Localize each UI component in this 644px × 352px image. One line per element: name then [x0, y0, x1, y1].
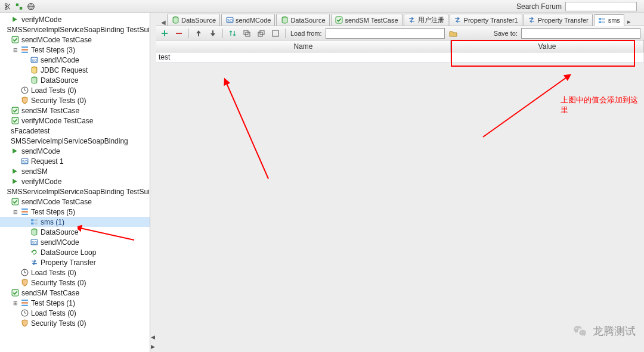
tree-toggle-spacer: [12, 279, 19, 286]
svg-rect-6: [21, 52, 28, 53]
globe-icon[interactable]: [26, 2, 36, 11]
editor-tab[interactable]: SOsendMCode: [221, 14, 275, 26]
tree-node[interactable]: Property Transfer: [0, 257, 150, 267]
tree-toggle-spacer: [12, 320, 19, 327]
editor-tab[interactable]: Property Transfer1: [450, 14, 522, 26]
expand-icon[interactable]: ⊞: [12, 300, 19, 307]
tree-node[interactable]: DataSource Loop: [0, 247, 150, 257]
tab-scroll-left-icon[interactable]: ◀: [160, 19, 167, 26]
up-icon[interactable]: [194, 29, 203, 38]
tree-node-label: DataSource: [41, 228, 78, 236]
tree-node[interactable]: SMSServiceImplServiceSoapBinding TestSui…: [0, 24, 150, 35]
tree-toggle-spacer: [12, 87, 19, 94]
tree-node[interactable]: sendSM TestCase: [0, 105, 150, 116]
search-forum-input[interactable]: [565, 2, 637, 11]
tree-node[interactable]: sendMCode TestCase: [0, 35, 150, 45]
splitter[interactable]: ◀ ▶: [150, 13, 156, 352]
tree-node[interactable]: sendMCode: [0, 146, 150, 156]
svg-text:SO: SO: [32, 58, 37, 63]
tab-overflow-icon[interactable]: ▸: [626, 18, 633, 26]
editor-tabstrip: ◀ DataSourceSOsendMCodeDataSourcesendSM …: [156, 13, 644, 26]
tree-node[interactable]: sendMCode TestCase: [0, 197, 150, 207]
tree-toggle-spacer: [2, 16, 10, 23]
svg-rect-21: [35, 219, 38, 221]
save-to-label: Save to:: [494, 30, 518, 37]
tree-node-label: Test Steps (1): [31, 299, 75, 307]
steps-icon: [20, 298, 29, 307]
tree-node[interactable]: ⊞Test Steps (1): [0, 298, 150, 308]
browse-load-icon[interactable]: [448, 29, 458, 38]
editor-tab[interactable]: sms: [594, 14, 624, 26]
collapse-left-icon[interactable]: ◀: [150, 333, 156, 341]
tree-node[interactable]: Load Tests (0): [0, 308, 150, 318]
editor-tab[interactable]: Property Transfer: [524, 14, 593, 26]
tree-node[interactable]: sFacadetest: [0, 126, 150, 136]
tree-node[interactable]: SMSServiceImplServiceSoapBinding: [0, 136, 150, 146]
tree-node[interactable]: sendSM TestCase: [0, 288, 150, 298]
tools-icon[interactable]: [14, 2, 24, 11]
tree-node[interactable]: SOsendMCode: [0, 237, 150, 247]
tree-node-label: SMSServiceImplServiceSoapBinding TestSui…: [7, 26, 150, 34]
tree-node-label: verifyMCode: [21, 177, 61, 186]
tree-node[interactable]: SMSServiceImplServiceSoapBinding TestSui…: [0, 186, 150, 197]
collapse-icon[interactable]: ⊟: [12, 46, 19, 54]
tree-node[interactable]: Security Tests (0): [0, 278, 150, 288]
copy-in-icon[interactable]: [256, 29, 266, 38]
tree-node-label: sendMCode TestCase: [21, 198, 92, 206]
tree-node[interactable]: verifyMCode TestCase: [0, 116, 150, 126]
editor-tab[interactable]: sendSM TestCase: [331, 14, 402, 26]
properties-toolbar: Load from: Save to:: [156, 26, 644, 41]
tree-toggle-spacer: [2, 26, 4, 33]
top-toolbar: Search Forum: [0, 0, 644, 13]
loop-icon: [30, 248, 39, 257]
arrow-right-green-icon: [11, 15, 20, 24]
tree-node-label: Load Tests (0): [31, 309, 76, 317]
tree-node[interactable]: verifyMCode: [0, 14, 150, 24]
tree-node[interactable]: Load Tests (0): [0, 267, 150, 278]
load-from-input[interactable]: [326, 28, 445, 39]
tree-node[interactable]: sms (1): [0, 217, 150, 227]
tree-node[interactable]: SORequest 1: [0, 156, 150, 166]
tree-node[interactable]: ⊟Test Steps (3): [0, 45, 150, 55]
column-header-value[interactable]: Value: [451, 41, 644, 52]
svg-text:SO: SO: [32, 241, 37, 245]
sort-icon[interactable]: [228, 29, 237, 38]
tree-toggle-spacer: [2, 36, 10, 43]
tree-node[interactable]: Load Tests (0): [0, 85, 150, 95]
copy-out-icon[interactable]: [242, 29, 252, 38]
cell-name[interactable]: test: [156, 52, 451, 62]
datasource-icon: [171, 16, 179, 24]
tree-node[interactable]: DataSource: [0, 75, 150, 85]
editor-tab[interactable]: 用户注册: [404, 14, 448, 26]
table-row[interactable]: test: [156, 52, 644, 63]
tree-node[interactable]: sendSM: [0, 166, 150, 176]
tree-node[interactable]: ⊟Test Steps (5): [0, 207, 150, 217]
cell-value[interactable]: [451, 52, 644, 62]
save-to-input[interactable]: [521, 28, 640, 39]
down-icon[interactable]: [208, 29, 218, 38]
remove-icon[interactable]: [174, 29, 184, 38]
tab-label: Property Transfer1: [464, 17, 518, 24]
svg-rect-1: [20, 7, 22, 9]
column-header-name[interactable]: Name: [156, 41, 451, 52]
editor-tab[interactable]: DataSource: [276, 14, 329, 26]
tree-node[interactable]: Security Tests (0): [0, 95, 150, 105]
tree-node-label: sendMCode: [41, 56, 79, 64]
wechat-icon: [572, 323, 588, 339]
tree-toggle-spacer: [2, 107, 10, 114]
tree-node[interactable]: DataSource: [0, 227, 150, 237]
scissors-icon[interactable]: [2, 2, 12, 11]
editor-tab[interactable]: DataSource: [167, 14, 220, 26]
tree-node[interactable]: verifyMCode: [0, 176, 150, 186]
tree-node[interactable]: JDBC Request: [0, 65, 150, 75]
svg-rect-38: [599, 18, 601, 20]
collapse-icon[interactable]: ⊟: [12, 208, 19, 216]
tree-toggle-spacer: [12, 310, 19, 317]
clear-icon[interactable]: [271, 29, 280, 38]
properties-table: Name Value test: [156, 41, 644, 352]
tree-node[interactable]: Security Tests (0): [0, 318, 150, 328]
add-icon[interactable]: [160, 29, 169, 38]
collapse-right-icon[interactable]: ▶: [150, 342, 156, 351]
tab-label: Property Transfer: [538, 17, 589, 24]
tree-node[interactable]: SOsendMCode: [0, 55, 150, 65]
